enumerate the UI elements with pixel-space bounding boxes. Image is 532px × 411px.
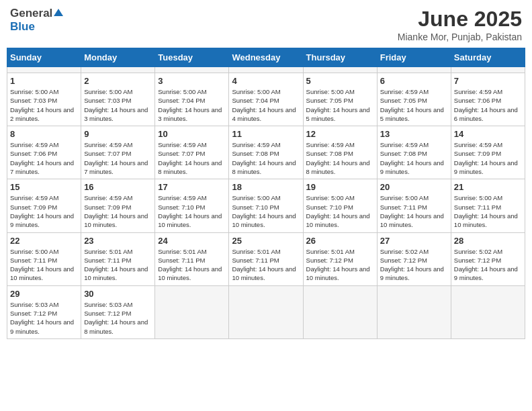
day-number: 6 [380,76,448,86]
logo-general: General [10,7,52,20]
calendar-day-cell: 21 Sunrise: 5:00 AM Sunset: 7:11 PM Dayl… [451,179,525,232]
calendar-day-cell [7,67,81,73]
calendar-day-cell: 4 Sunrise: 5:00 AM Sunset: 7:04 PM Dayli… [229,73,303,126]
day-number: 12 [306,129,374,139]
calendar-header-row: SundayMondayTuesdayWednesdayThursdayFrid… [7,48,525,67]
calendar-week-row: 22 Sunrise: 5:00 AM Sunset: 7:11 PM Dayl… [7,232,525,285]
calendar-day-cell: 24 Sunrise: 5:01 AM Sunset: 7:11 PM Dayl… [155,232,229,285]
calendar-day-cell [377,285,451,338]
calendar-day-cell [377,67,451,73]
page-header: General Blue June 2025 Mianke Mor, Punja… [7,7,525,42]
calendar-day-cell: 18 Sunrise: 5:00 AM Sunset: 7:10 PM Dayl… [229,179,303,232]
calendar-day-cell: 17 Sunrise: 4:59 AM Sunset: 7:10 PM Dayl… [155,179,229,232]
day-number: 3 [158,76,226,86]
day-number: 5 [306,76,374,86]
calendar-day-cell: 27 Sunrise: 5:02 AM Sunset: 7:12 PM Dayl… [377,232,451,285]
day-info: Sunrise: 5:00 AM Sunset: 7:10 PM Dayligh… [306,193,374,229]
day-info: Sunrise: 4:59 AM Sunset: 7:08 PM Dayligh… [232,140,300,176]
day-info: Sunrise: 4:59 AM Sunset: 7:08 PM Dayligh… [306,140,374,176]
calendar-day-cell [229,285,303,338]
day-number: 10 [158,129,226,139]
day-info: Sunrise: 5:00 AM Sunset: 7:11 PM Dayligh… [380,193,448,229]
day-number: 24 [158,236,226,246]
day-info: Sunrise: 4:59 AM Sunset: 7:06 PM Dayligh… [454,87,522,123]
day-number: 13 [380,129,448,139]
day-number: 28 [454,236,522,246]
calendar-header-tuesday: Tuesday [155,48,229,67]
day-info: Sunrise: 5:00 AM Sunset: 7:04 PM Dayligh… [232,87,300,123]
day-number: 29 [10,289,78,299]
day-number: 22 [10,236,78,246]
calendar-header-saturday: Saturday [451,48,525,67]
day-number: 16 [84,182,152,192]
day-info: Sunrise: 5:00 AM Sunset: 7:10 PM Dayligh… [232,193,300,229]
day-number: 9 [84,129,152,139]
title-section: June 2025 Mianke Mor, Punjab, Pakistan [398,7,522,42]
day-number: 15 [10,182,78,192]
calendar-header-sunday: Sunday [7,48,81,67]
day-info: Sunrise: 5:01 AM Sunset: 7:12 PM Dayligh… [306,247,374,283]
day-info: Sunrise: 4:59 AM Sunset: 7:05 PM Dayligh… [380,87,448,123]
calendar-day-cell: 16 Sunrise: 4:59 AM Sunset: 7:09 PM Dayl… [81,179,155,232]
day-info: Sunrise: 5:00 AM Sunset: 7:04 PM Dayligh… [158,87,226,123]
day-number: 20 [380,182,448,192]
calendar-header-wednesday: Wednesday [229,48,303,67]
day-number: 19 [306,182,374,192]
calendar-day-cell [155,67,229,73]
calendar-day-cell: 22 Sunrise: 5:00 AM Sunset: 7:11 PM Dayl… [7,232,81,285]
day-info: Sunrise: 5:02 AM Sunset: 7:12 PM Dayligh… [454,247,522,283]
day-info: Sunrise: 4:59 AM Sunset: 7:06 PM Dayligh… [10,140,78,176]
calendar-day-cell: 6 Sunrise: 4:59 AM Sunset: 7:05 PM Dayli… [377,73,451,126]
calendar-day-cell [451,67,525,73]
calendar-day-cell: 11 Sunrise: 4:59 AM Sunset: 7:08 PM Dayl… [229,126,303,179]
day-number: 26 [306,236,374,246]
day-info: Sunrise: 4:59 AM Sunset: 7:09 PM Dayligh… [84,193,152,229]
day-info: Sunrise: 5:01 AM Sunset: 7:11 PM Dayligh… [158,247,226,283]
calendar-day-cell: 7 Sunrise: 4:59 AM Sunset: 7:06 PM Dayli… [451,73,525,126]
day-info: Sunrise: 5:00 AM Sunset: 7:11 PM Dayligh… [10,247,78,283]
day-number: 8 [10,129,78,139]
day-info: Sunrise: 4:59 AM Sunset: 7:07 PM Dayligh… [84,140,152,176]
day-number: 1 [10,76,78,86]
calendar-header-monday: Monday [81,48,155,67]
calendar-week-row [7,67,525,73]
calendar-day-cell: 28 Sunrise: 5:02 AM Sunset: 7:12 PM Dayl… [451,232,525,285]
day-number: 14 [454,129,522,139]
day-info: Sunrise: 5:03 AM Sunset: 7:12 PM Dayligh… [84,300,152,336]
day-info: Sunrise: 5:00 AM Sunset: 7:03 PM Dayligh… [84,87,152,123]
day-number: 18 [232,182,300,192]
day-info: Sunrise: 4:59 AM Sunset: 7:09 PM Dayligh… [10,193,78,229]
day-info: Sunrise: 4:59 AM Sunset: 7:10 PM Dayligh… [158,193,226,229]
calendar-day-cell: 5 Sunrise: 5:00 AM Sunset: 7:05 PM Dayli… [303,73,377,126]
day-number: 11 [232,129,300,139]
day-number: 23 [84,236,152,246]
day-info: Sunrise: 4:59 AM Sunset: 7:07 PM Dayligh… [158,140,226,176]
logo-blue: Blue [10,20,35,34]
day-number: 7 [454,76,522,86]
calendar-day-cell: 12 Sunrise: 4:59 AM Sunset: 7:08 PM Dayl… [303,126,377,179]
day-number: 4 [232,76,300,86]
day-info: Sunrise: 5:01 AM Sunset: 7:11 PM Dayligh… [84,247,152,283]
calendar-day-cell: 25 Sunrise: 5:01 AM Sunset: 7:11 PM Dayl… [229,232,303,285]
calendar-day-cell [81,67,155,73]
day-info: Sunrise: 5:00 AM Sunset: 7:03 PM Dayligh… [10,87,78,123]
day-info: Sunrise: 5:00 AM Sunset: 7:11 PM Dayligh… [454,193,522,229]
day-number: 25 [232,236,300,246]
calendar-day-cell: 8 Sunrise: 4:59 AM Sunset: 7:06 PM Dayli… [7,126,81,179]
day-info: Sunrise: 4:59 AM Sunset: 7:08 PM Dayligh… [380,140,448,176]
calendar-week-row: 8 Sunrise: 4:59 AM Sunset: 7:06 PM Dayli… [7,126,525,179]
calendar-day-cell: 19 Sunrise: 5:00 AM Sunset: 7:10 PM Dayl… [303,179,377,232]
calendar-week-row: 15 Sunrise: 4:59 AM Sunset: 7:09 PM Dayl… [7,179,525,232]
calendar-day-cell: 23 Sunrise: 5:01 AM Sunset: 7:11 PM Dayl… [81,232,155,285]
calendar-day-cell [155,285,229,338]
calendar-day-cell: 20 Sunrise: 5:00 AM Sunset: 7:11 PM Dayl… [377,179,451,232]
day-info: Sunrise: 5:03 AM Sunset: 7:12 PM Dayligh… [10,300,78,336]
calendar-header-friday: Friday [377,48,451,67]
calendar-day-cell: 26 Sunrise: 5:01 AM Sunset: 7:12 PM Dayl… [303,232,377,285]
calendar-day-cell: 2 Sunrise: 5:00 AM Sunset: 7:03 PM Dayli… [81,73,155,126]
day-number: 21 [454,182,522,192]
month-title: June 2025 [398,7,522,32]
calendar-day-cell: 10 Sunrise: 4:59 AM Sunset: 7:07 PM Dayl… [155,126,229,179]
day-number: 30 [84,289,152,299]
calendar-table: SundayMondayTuesdayWednesdayThursdayFrid… [7,48,525,339]
